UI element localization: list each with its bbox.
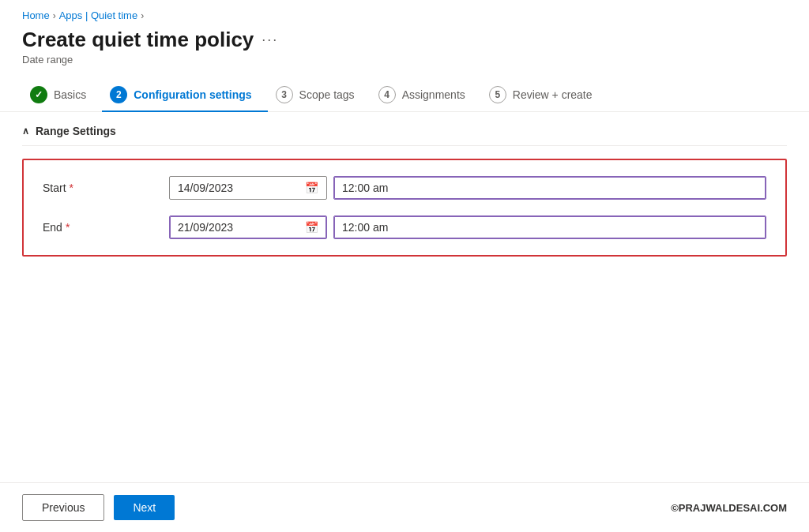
tab-review[interactable]: 5 Review + create: [481, 78, 608, 111]
start-time-input[interactable]: 12:00 am: [333, 176, 766, 200]
end-time-value: 12:00 am: [342, 221, 388, 234]
range-settings-box: Start * 14/09/2023 📅 12:00 am End *: [22, 159, 787, 257]
tab-scope[interactable]: 3 Scope tags: [268, 78, 371, 111]
tab-label-basics: Basics: [54, 88, 86, 101]
tab-circle-configuration: 2: [110, 86, 127, 103]
end-inputs: 21/09/2023 📅 12:00 am: [169, 215, 766, 239]
start-required-star: *: [70, 182, 73, 194]
page-title: Create quiet time policy: [22, 28, 254, 52]
tab-circle-assignments: 4: [378, 86, 396, 103]
tab-circle-review: 5: [489, 86, 506, 103]
more-options-icon[interactable]: ···: [262, 32, 278, 48]
start-row: Start * 14/09/2023 📅 12:00 am: [43, 176, 766, 200]
breadcrumb-apps[interactable]: Apps | Quiet time: [59, 9, 137, 21]
main-content: ∧ Range Settings Start * 14/09/2023 📅 12…: [0, 112, 809, 482]
end-required-star: *: [66, 221, 70, 234]
next-button[interactable]: Next: [114, 495, 175, 520]
section-header: ∧ Range Settings: [22, 112, 787, 146]
start-date-input[interactable]: 14/09/2023 📅: [169, 176, 327, 200]
copyright-text: ©PRAJWALDESAI.COM: [671, 502, 787, 514]
start-date-value: 14/09/2023: [178, 182, 299, 194]
end-row: End * 21/09/2023 📅 12:00 am: [43, 215, 766, 239]
end-date-input[interactable]: 21/09/2023 📅: [169, 215, 327, 239]
breadcrumb-home[interactable]: Home: [22, 9, 50, 21]
tab-circle-basics: ✓: [30, 86, 47, 103]
end-time-input[interactable]: 12:00 am: [333, 215, 766, 239]
start-label: Start *: [43, 182, 169, 194]
tab-basics[interactable]: ✓ Basics: [22, 78, 102, 111]
breadcrumb: Home › Apps | Quiet time ›: [0, 0, 809, 24]
tab-configuration[interactable]: 2 Configuration settings: [102, 78, 267, 111]
wizard-tabs: ✓ Basics 2 Configuration settings 3 Scop…: [0, 78, 809, 112]
start-time-value: 12:00 am: [342, 182, 388, 194]
chevron-icon-1: ›: [53, 10, 56, 21]
end-calendar-icon[interactable]: 📅: [305, 221, 318, 234]
footer: Previous Next ©PRAJWALDESAI.COM: [0, 482, 809, 532]
tab-label-configuration: Configuration settings: [134, 88, 251, 101]
tab-assignments[interactable]: 4 Assignments: [371, 78, 481, 111]
tab-label-review: Review + create: [513, 88, 593, 101]
end-label: End *: [43, 221, 169, 234]
tab-circle-scope: 3: [276, 86, 293, 103]
page-subtitle: Date range: [0, 54, 809, 78]
section-toggle-icon[interactable]: ∧: [22, 126, 29, 137]
start-inputs: 14/09/2023 📅 12:00 am: [169, 176, 766, 200]
chevron-icon-2: ›: [141, 10, 144, 21]
previous-button[interactable]: Previous: [22, 494, 104, 521]
tab-label-assignments: Assignments: [402, 88, 465, 101]
start-calendar-icon[interactable]: 📅: [305, 182, 318, 194]
end-date-value: 21/09/2023: [178, 221, 299, 234]
page-title-area: Create quiet time policy ···: [0, 24, 809, 54]
section-title: Range Settings: [36, 125, 116, 137]
tab-label-scope: Scope tags: [299, 88, 355, 101]
